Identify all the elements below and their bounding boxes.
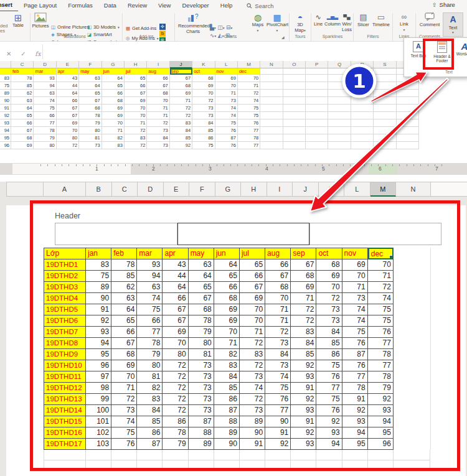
column-header-A[interactable]: A: [44, 182, 86, 197]
cell[interactable]: [260, 105, 283, 112]
cell-jan-partial[interactable]: 90: [0, 97, 11, 105]
cell[interactable]: [283, 105, 306, 112]
cell[interactable]: 65: [11, 112, 34, 119]
cell[interactable]: [283, 112, 306, 119]
tab-view[interactable]: View: [153, 0, 176, 11]
cell[interactable]: [283, 90, 306, 97]
cell-jan-partial[interactable]: 89: [0, 90, 11, 97]
cell[interactable]: 70: [125, 112, 147, 119]
column-header-F[interactable]: F: [79, 61, 101, 68]
column-header-E[interactable]: E: [164, 182, 190, 197]
cell[interactable]: 72: [125, 142, 147, 149]
column-header-E[interactable]: E: [57, 61, 79, 68]
cell[interactable]: 72: [170, 112, 192, 119]
cell[interactable]: 70: [147, 97, 169, 105]
cell[interactable]: 75: [238, 105, 260, 112]
cell[interactable]: [397, 97, 419, 105]
cell[interactable]: 66: [125, 82, 147, 90]
cell[interactable]: 86: [192, 134, 215, 142]
cell-jan-partial[interactable]: 83: [0, 75, 11, 82]
cell[interactable]: [328, 75, 351, 82]
cell[interactable]: 64: [79, 82, 101, 90]
ruler[interactable]: 1234567: [0, 163, 467, 175]
cell[interactable]: 62: [11, 90, 34, 97]
column-header-D[interactable]: D: [138, 182, 164, 197]
tab-formulas[interactable]: Formulas: [62, 0, 98, 11]
sparkline-line-button[interactable]: ∿ Line: [313, 12, 324, 27]
cell[interactable]: 69: [215, 75, 238, 82]
cell[interactable]: [351, 90, 374, 97]
month-cell-feb[interactable]: feb: [11, 68, 34, 75]
cell[interactable]: 83: [170, 119, 192, 127]
cell[interactable]: 69: [125, 97, 147, 105]
cell[interactable]: [397, 119, 419, 127]
select-corner[interactable]: [6, 182, 44, 197]
cell[interactable]: [328, 97, 351, 105]
cell[interactable]: 66: [11, 119, 34, 127]
cell[interactable]: 79: [79, 119, 101, 127]
cell[interactable]: 69: [102, 112, 125, 119]
column-header-R[interactable]: R: [351, 61, 374, 68]
column-header-Q[interactable]: Q: [328, 61, 351, 68]
cell[interactable]: 75: [238, 112, 260, 119]
cell[interactable]: 83: [102, 142, 125, 149]
cell-jan-partial[interactable]: 94: [0, 127, 11, 134]
cell[interactable]: [351, 82, 374, 90]
column-header-C[interactable]: C: [112, 182, 138, 197]
cell-jan-partial[interactable]: 93: [0, 119, 11, 127]
cell-jan-partial[interactable]: 91: [0, 105, 11, 112]
cell[interactable]: 68: [170, 82, 192, 90]
hierarchy-chart-button[interactable]: ◫▾: [217, 24, 224, 30]
cell[interactable]: 84: [192, 119, 215, 127]
cell[interactable]: [260, 142, 283, 149]
timeline-button[interactable]: ▭ Timeline: [371, 12, 391, 28]
cell[interactable]: 69: [57, 119, 79, 127]
column-header-G[interactable]: G: [215, 182, 242, 197]
waterfall-chart-button[interactable]: ⊟▾: [226, 24, 232, 30]
cell[interactable]: 78: [34, 127, 56, 134]
cell[interactable]: [397, 112, 419, 119]
tab-data[interactable]: Data: [98, 0, 122, 11]
cell[interactable]: 72: [192, 97, 215, 105]
table-button[interactable]: ⊞ Table: [8, 12, 28, 29]
cell[interactable]: [306, 90, 328, 97]
cell[interactable]: [374, 105, 396, 112]
cell[interactable]: 74: [215, 105, 238, 112]
maps-button[interactable]: ◍ Maps▾: [249, 12, 267, 33]
column-header-B[interactable]: B: [86, 182, 112, 197]
cell[interactable]: [328, 82, 351, 90]
month-cell-may[interactable]: may: [79, 68, 101, 75]
pivotchart-button[interactable]: ▦ PivotChart▾: [267, 12, 288, 33]
cell[interactable]: [328, 134, 351, 142]
cell[interactable]: 73: [192, 105, 215, 112]
column-header-M[interactable]: M: [238, 61, 260, 68]
column-header-partial[interactable]: [0, 61, 11, 68]
cell[interactable]: [306, 75, 328, 82]
cell[interactable]: 66: [57, 97, 79, 105]
cell[interactable]: [328, 90, 351, 97]
cell[interactable]: 77: [238, 142, 260, 149]
formula-bar-icons[interactable]: ✕ ✓ fx: [6, 50, 41, 57]
cell[interactable]: 74: [34, 97, 56, 105]
cell[interactable]: [351, 75, 374, 82]
tab-developer[interactable]: Developer: [176, 0, 214, 11]
cell[interactable]: [260, 75, 283, 82]
cell[interactable]: [283, 119, 306, 127]
month-cell-empty[interactable]: [306, 68, 328, 75]
cell[interactable]: 63: [79, 75, 101, 82]
cell[interactable]: [306, 134, 328, 142]
cell[interactable]: 74: [215, 112, 238, 119]
cell[interactable]: 77: [34, 119, 56, 127]
cell[interactable]: [306, 127, 328, 134]
search-box[interactable]: Search: [247, 2, 273, 9]
cell[interactable]: [283, 97, 306, 105]
column-chart-button[interactable]: ▙▾: [210, 24, 216, 30]
cell[interactable]: [351, 97, 374, 105]
month-cell-apr[interactable]: apr: [57, 68, 79, 75]
column-header-K[interactable]: K: [192, 61, 215, 68]
cell[interactable]: 70: [125, 105, 147, 112]
cell-jan-partial[interactable]: 95: [0, 134, 11, 142]
cell[interactable]: 78: [79, 112, 101, 119]
fx-icon[interactable]: fx: [35, 50, 40, 57]
month-cell-nov[interactable]: nov: [215, 68, 238, 75]
